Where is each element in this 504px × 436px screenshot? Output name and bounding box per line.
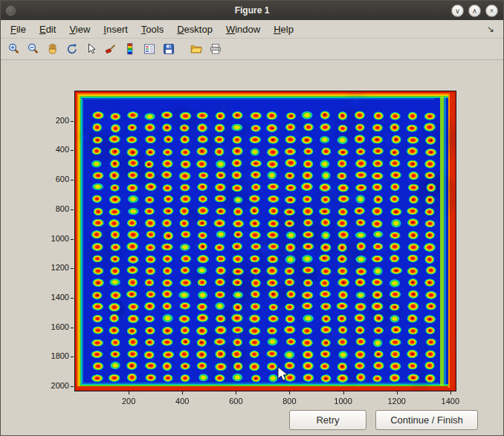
x-tick-mark — [343, 391, 344, 394]
y-tick-mark — [71, 328, 74, 328]
menubar-items: FileEditViewInsertToolsDesktopWindowHelp — [4, 22, 300, 36]
y-tick-mark — [71, 357, 74, 357]
zoom-in-icon[interactable] — [4, 41, 23, 58]
x-tick-mark — [182, 391, 183, 394]
pan-icon[interactable] — [43, 41, 62, 58]
y-tick-mark — [71, 150, 74, 151]
window-title: Figure 1 — [1, 5, 503, 16]
y-tick-label: 1800 — [38, 351, 69, 360]
x-tick-label: 600 — [219, 397, 252, 406]
data-cursor-icon[interactable] — [82, 41, 100, 58]
menu-view[interactable]: View — [62, 22, 97, 36]
menu-tools[interactable]: Tools — [135, 22, 170, 36]
x-tick-label: 1000 — [327, 397, 360, 406]
y-tick-label: 1200 — [38, 263, 69, 272]
retry-button[interactable]: Retry — [289, 410, 366, 430]
y-tick-mark — [71, 239, 74, 240]
y-tick-label: 800 — [38, 204, 69, 213]
figure-toolbar — [1, 39, 503, 60]
window-controls: ∨∧× — [451, 4, 498, 17]
y-tick-label: 1600 — [38, 322, 69, 331]
zoom-out-icon[interactable] — [24, 41, 42, 58]
x-tick-mark — [236, 391, 236, 394]
dock-figure-icon[interactable]: ↘ — [481, 24, 500, 34]
titlebar[interactable]: Figure 1 ∨∧× — [1, 1, 503, 20]
colorbar-icon[interactable] — [120, 41, 139, 58]
brush-icon[interactable] — [101, 41, 120, 58]
menu-insert[interactable]: Insert — [97, 22, 135, 36]
menu-desktop[interactable]: Desktop — [170, 22, 219, 36]
menu-file[interactable]: File — [4, 22, 33, 36]
print-icon[interactable] — [206, 41, 224, 58]
maximize-button[interactable]: ∧ — [468, 4, 481, 17]
minimize-button[interactable]: ∨ — [451, 4, 464, 17]
close-button[interactable]: × — [485, 4, 498, 17]
rotate-3d-icon[interactable] — [62, 41, 81, 58]
menu-help[interactable]: Help — [267, 22, 300, 36]
y-tick-label: 1400 — [38, 293, 69, 302]
save-icon[interactable] — [159, 41, 178, 58]
x-tick-mark — [450, 391, 451, 394]
y-tick-mark — [71, 298, 74, 299]
x-tick-label: 400 — [166, 397, 198, 406]
y-tick-label: 2000 — [38, 381, 69, 390]
y-tick-mark — [71, 209, 74, 210]
menubar: FileEditViewInsertToolsDesktopWindowHelp… — [1, 20, 503, 39]
heatmap-image[interactable] — [75, 91, 456, 391]
x-tick-label: 1200 — [381, 397, 413, 406]
figure-window: Figure 1 ∨∧× FileEditViewInsertToolsDesk… — [0, 0, 504, 436]
window-menu-icon[interactable] — [6, 6, 16, 16]
x-tick-label: 1400 — [434, 397, 467, 406]
y-tick-label: 400 — [38, 145, 69, 154]
x-tick-mark — [129, 391, 129, 394]
y-tick-mark — [71, 180, 74, 180]
x-tick-mark — [397, 391, 398, 394]
figure-content: Retry Continue / Finish 2004006008001000… — [1, 60, 503, 436]
legend-icon[interactable] — [140, 41, 158, 58]
x-tick-label: 800 — [273, 397, 306, 406]
open-icon[interactable] — [187, 41, 205, 58]
x-tick-mark — [289, 391, 290, 394]
y-tick-mark — [71, 386, 74, 387]
y-tick-label: 200 — [38, 116, 69, 125]
continue-finish-button[interactable]: Continue / Finish — [375, 410, 478, 430]
y-tick-mark — [71, 121, 74, 122]
y-tick-mark — [71, 268, 74, 269]
menu-window[interactable]: Window — [219, 22, 267, 36]
axes[interactable] — [74, 91, 456, 391]
y-tick-label: 1000 — [38, 234, 69, 243]
y-tick-label: 600 — [38, 175, 69, 183]
menu-edit[interactable]: Edit — [33, 22, 62, 36]
x-tick-label: 200 — [112, 397, 145, 406]
